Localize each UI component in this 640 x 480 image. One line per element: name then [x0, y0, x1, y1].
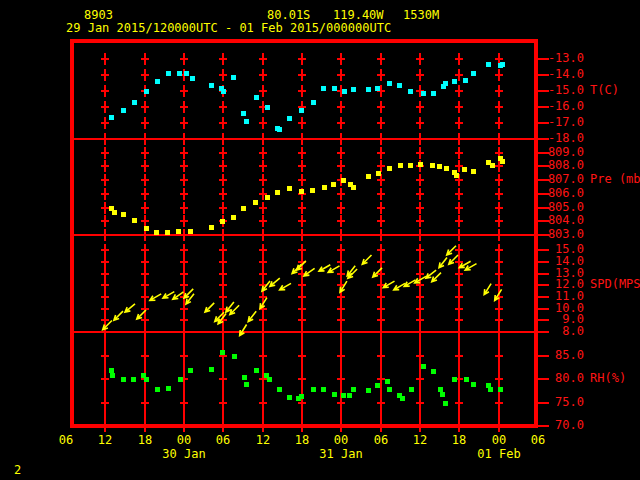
grid-cross: [416, 319, 424, 321]
grid-cross: [219, 74, 227, 76]
axis-label-wind_speed: SPD(MPS): [590, 278, 640, 291]
y-tick-label: 806.0: [544, 187, 584, 200]
grid-cross: [495, 378, 503, 380]
grid-cross: [416, 308, 424, 310]
data-point-relative_humidity: [155, 387, 160, 392]
y-tick-label: 803.0: [544, 228, 584, 241]
grid-cross: [141, 355, 149, 357]
grid-cross: [377, 122, 385, 124]
grid-cross: [101, 284, 109, 286]
x-tick-label: 12: [91, 434, 119, 447]
grid-cross: [298, 152, 306, 154]
data-point-relative_humidity: [254, 368, 259, 373]
grid-cross: [455, 319, 463, 321]
wind-arrow: [328, 266, 339, 273]
grid-cross: [416, 378, 424, 380]
grid-cross: [377, 402, 385, 404]
data-point-temperature: [177, 71, 182, 76]
data-point-relative_humidity: [375, 383, 380, 388]
data-point-temperature: [321, 86, 326, 91]
grid-cross: [455, 74, 463, 76]
grid-cross: [101, 207, 109, 209]
data-point-relative_humidity: [220, 350, 225, 355]
y-tick-label: 807.0: [544, 173, 584, 186]
grid-dash: [458, 385, 460, 397]
data-point-relative_humidity: [178, 377, 183, 382]
grid-cross: [337, 308, 345, 310]
data-point-pressure: [209, 225, 214, 230]
grid-cross: [141, 220, 149, 222]
grid-dash: [419, 361, 421, 373]
data-point-pressure: [387, 166, 392, 171]
grid-cross: [219, 106, 227, 108]
grid-cross: [141, 319, 149, 321]
grid-cross: [101, 355, 109, 357]
grid-cross: [259, 261, 267, 263]
grid-cross: [180, 220, 188, 222]
grid-dash: [340, 408, 342, 420]
grid-cross: [101, 273, 109, 275]
grid-cross: [141, 122, 149, 124]
wind-arrow: [362, 255, 371, 264]
grid-dash: [183, 361, 185, 373]
grid-cross: [377, 58, 385, 60]
grid-cross: [337, 106, 345, 108]
grid-cross: [337, 296, 345, 298]
data-point-pressure: [241, 206, 246, 211]
grid-cross: [337, 261, 345, 263]
data-point-pressure: [454, 173, 459, 178]
y-tick-label: -17.0: [544, 116, 584, 129]
grid-cross: [455, 193, 463, 195]
grid-cross: [298, 90, 306, 92]
grid-cross: [495, 207, 503, 209]
data-point-relative_humidity: [110, 373, 115, 378]
grid-cross: [101, 193, 109, 195]
grid-cross: [377, 355, 385, 357]
grid-cross: [219, 261, 227, 263]
grid-cross: [180, 193, 188, 195]
data-point-temperature: [241, 111, 246, 116]
grid-cross: [377, 74, 385, 76]
data-point-pressure: [299, 189, 304, 194]
grid-cross: [298, 58, 306, 60]
data-point-relative_humidity: [332, 392, 337, 397]
grid-cross: [259, 319, 267, 321]
wind-arrow: [383, 281, 394, 288]
grid-cross: [455, 152, 463, 154]
grid-cross: [377, 152, 385, 154]
x-date-label: 01 Feb: [473, 448, 525, 461]
grid-cross: [101, 179, 109, 181]
grid-dash: [419, 385, 421, 397]
grid-cross: [298, 355, 306, 357]
grid-cross: [219, 378, 227, 380]
grid-cross: [259, 378, 267, 380]
grid-cross: [141, 261, 149, 263]
data-point-temperature: [244, 119, 249, 124]
wind-arrow: [173, 292, 184, 300]
x-tick-label: 18: [131, 434, 159, 447]
grid-cross: [219, 249, 227, 251]
y-tick-label: 70.0: [544, 419, 584, 432]
grid-cross: [219, 122, 227, 124]
grid-dash: [262, 338, 264, 350]
grid-cross: [298, 179, 306, 181]
data-point-relative_humidity: [452, 377, 457, 382]
data-point-pressure: [220, 219, 225, 224]
data-point-pressure: [430, 163, 435, 168]
data-point-relative_humidity: [144, 377, 149, 382]
y-tick-label: -14.0: [544, 68, 584, 81]
data-point-pressure: [351, 185, 356, 190]
grid-cross: [219, 179, 227, 181]
grid-cross: [377, 193, 385, 195]
data-point-temperature: [408, 89, 413, 94]
grid-cross: [337, 165, 345, 167]
grid-cross: [219, 355, 227, 357]
grid-cross: [455, 296, 463, 298]
grid-cross: [495, 58, 503, 60]
grid-cross: [416, 296, 424, 298]
data-point-temperature: [366, 87, 371, 92]
data-point-relative_humidity: [464, 377, 469, 382]
grid-cross: [298, 296, 306, 298]
grid-cross: [337, 122, 345, 124]
grid-cross: [455, 122, 463, 124]
